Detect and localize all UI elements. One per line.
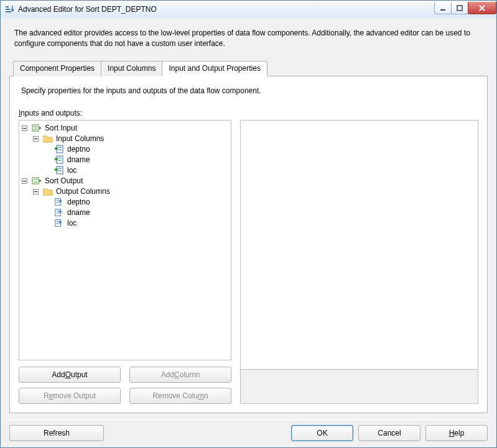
tree-node-sort-output[interactable]: Sort Output	[21, 176, 230, 186]
collapse-icon[interactable]	[22, 126, 27, 131]
add-output-button[interactable]: Add Output	[19, 367, 121, 383]
tree-box[interactable]: Sort Input Input Columns	[19, 120, 231, 360]
io-icon	[32, 176, 42, 186]
tree-node-output-loc[interactable]: loc	[43, 218, 230, 229]
tree-node-input-loc[interactable]: loc	[43, 165, 230, 176]
tree-node-output-dname[interactable]: dname	[43, 208, 230, 218]
left-pane: Sort Input Input Columns	[19, 120, 231, 404]
maximize-icon	[457, 5, 463, 11]
tree-label: loc	[66, 166, 78, 175]
output-column-icon	[54, 218, 64, 228]
dialog-footer: Refresh OK Cancel Help	[9, 425, 488, 441]
svg-rect-11	[457, 6, 462, 11]
tree-label: deptno	[66, 145, 91, 153]
output-column-icon	[54, 197, 64, 207]
tabstrip: Component Properties Input Columns Input…	[9, 60, 488, 76]
folder-icon	[43, 134, 53, 144]
refresh-button[interactable]: Refresh	[9, 425, 104, 441]
tree-label: loc	[66, 219, 78, 227]
svg-rect-10	[440, 9, 445, 11]
collapse-icon[interactable]	[33, 136, 39, 142]
input-column-icon	[54, 144, 64, 154]
tab-input-columns[interactable]: Input Columns	[101, 61, 162, 76]
remove-column-button: Remove Column	[129, 388, 231, 404]
dialog-description: The advanced editor provides access to t…	[14, 28, 483, 49]
tab-panel: Specify properties for the inputs and ou…	[9, 76, 488, 413]
tree-node-output-columns[interactable]: Output Columns	[32, 186, 230, 197]
panel-description: Specify properties for the inputs and ou…	[21, 86, 476, 95]
tree-node-output-deptno[interactable]: deptno	[43, 197, 230, 208]
output-column-icon	[54, 208, 64, 217]
help-button[interactable]: Help	[425, 425, 488, 441]
panes: Sort Input Input Columns	[19, 120, 478, 404]
tree-label: dname	[66, 208, 91, 217]
remove-output-button: Remove Output	[19, 388, 121, 404]
tree-label: Input Columns	[55, 134, 105, 143]
tree-node-sort-input[interactable]: Sort Input	[21, 123, 230, 134]
property-description-box	[240, 370, 478, 404]
collapse-icon[interactable]	[22, 178, 27, 184]
divider	[9, 419, 488, 420]
input-column-icon	[54, 155, 64, 165]
tab-component-properties[interactable]: Component Properties	[13, 61, 101, 76]
window-title: Advanced Editor for Sort DEPT_DEPTNO	[18, 5, 435, 14]
collapse-icon[interactable]	[33, 189, 39, 194]
ok-button[interactable]: OK	[291, 425, 353, 441]
tree-label: Sort Input	[44, 124, 78, 132]
minimize-button[interactable]	[434, 2, 452, 14]
add-column-button: Add Column	[129, 367, 231, 383]
tree-node-input-deptno[interactable]: deptno	[43, 144, 230, 155]
right-pane	[240, 120, 478, 404]
io-icon	[32, 123, 42, 133]
close-icon	[478, 5, 486, 11]
tree-buttons: Add Output Add Column Remove Output Remo…	[19, 367, 231, 404]
tree-node-input-columns[interactable]: Input Columns	[32, 134, 230, 144]
footer-right-buttons: OK Cancel Help	[291, 425, 488, 441]
io-tree: Sort Input Input Columns	[21, 123, 230, 229]
tree-label: Sort Output	[44, 176, 84, 185]
dialog-body: The advanced editor provides access to t…	[1, 18, 496, 447]
cancel-button[interactable]: Cancel	[358, 425, 420, 441]
close-button[interactable]	[468, 2, 496, 14]
input-column-icon	[54, 165, 64, 175]
dialog-window: Advanced Editor for Sort DEPT_DEPTNO The…	[0, 0, 497, 448]
folder-icon	[43, 186, 53, 196]
tree-node-input-dname[interactable]: dname	[43, 155, 230, 165]
app-icon	[4, 4, 14, 14]
tree-label: dname	[66, 155, 91, 164]
property-grid[interactable]	[240, 120, 478, 370]
maximize-button[interactable]	[451, 2, 468, 14]
window-controls	[435, 2, 496, 14]
tab-input-output-properties[interactable]: Input and Output Properties	[162, 61, 267, 76]
tree-label: deptno	[66, 198, 91, 206]
inputs-outputs-label: Inputs and outputs:	[19, 109, 478, 117]
titlebar[interactable]: Advanced Editor for Sort DEPT_DEPTNO	[1, 1, 496, 18]
tree-label: Output Columns	[55, 187, 111, 196]
minimize-icon	[440, 5, 446, 11]
